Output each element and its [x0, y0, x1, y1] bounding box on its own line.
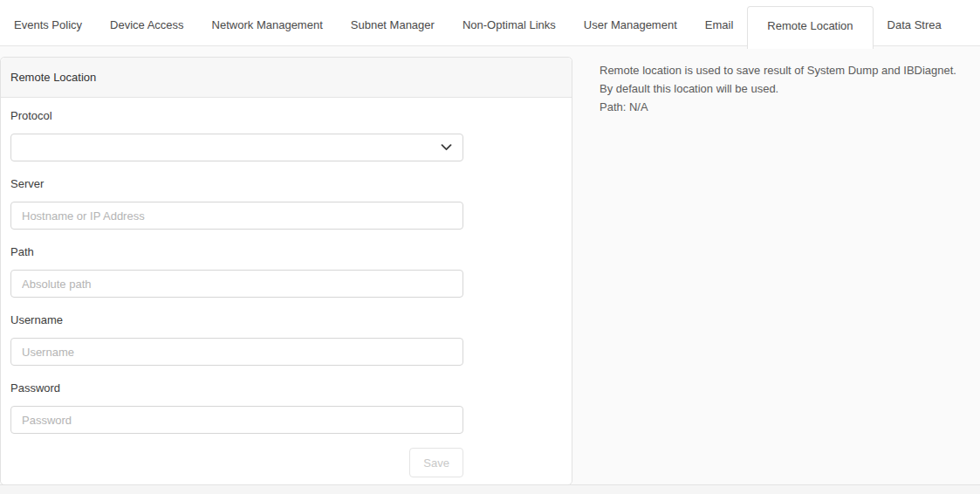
footer-strip	[0, 484, 980, 494]
tab-data-streaming[interactable]: Data Strea	[874, 18, 956, 45]
password-label: Password	[10, 381, 572, 395]
tab-non-optimal-links[interactable]: Non-Optimal Links	[449, 18, 570, 45]
tab-events-policy[interactable]: Events Policy	[0, 18, 96, 45]
form-actions: Save	[10, 448, 463, 477]
panel-title: Remote Location	[1, 58, 572, 98]
tab-user-management[interactable]: User Management	[570, 18, 691, 45]
protocol-label: Protocol	[10, 109, 572, 122]
remote-location-form: Protocol Server	[1, 109, 572, 484]
username-input[interactable]	[10, 338, 463, 366]
tab-device-access[interactable]: Device Access	[96, 18, 198, 45]
path-label: Path	[10, 245, 572, 258]
server-field: Server	[10, 177, 572, 230]
tab-network-management[interactable]: Network Management	[198, 18, 337, 45]
info-line-default: By default this location will be used.	[600, 79, 956, 98]
tab-bar: Events Policy Device Access Network Mana…	[0, 0, 980, 46]
path-input[interactable]	[10, 270, 463, 298]
info-line-usage: Remote location is used to save result o…	[600, 61, 956, 79]
username-field: Username	[10, 313, 572, 366]
path-field: Path	[10, 245, 572, 298]
protocol-select[interactable]	[10, 134, 463, 161]
tab-remote-location[interactable]: Remote Location	[747, 6, 873, 49]
tab-email[interactable]: Email	[691, 18, 748, 45]
settings-page: Events Policy Device Access Network Mana…	[0, 0, 980, 494]
save-button[interactable]: Save	[409, 448, 463, 477]
server-input[interactable]	[10, 202, 463, 230]
server-label: Server	[10, 177, 572, 190]
username-label: Username	[10, 313, 572, 326]
remote-location-panel: Remote Location Protocol	[0, 57, 572, 484]
tab-subnet-manager[interactable]: Subnet Manager	[337, 18, 449, 45]
password-input[interactable]	[10, 406, 463, 434]
remote-location-help-text: Remote location is used to save result o…	[600, 57, 956, 116]
password-field: Password	[10, 381, 572, 434]
info-line-path: Path: N/A	[600, 98, 956, 116]
content-area: Remote Location Protocol	[0, 46, 980, 484]
protocol-field: Protocol	[10, 109, 572, 161]
protocol-select-wrap	[10, 134, 463, 161]
